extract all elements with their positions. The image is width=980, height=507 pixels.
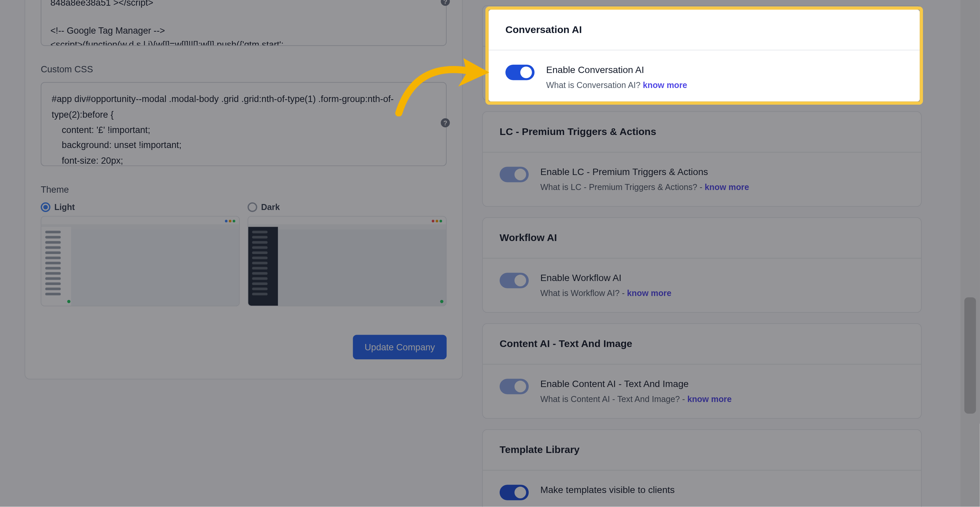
toggle-subtitle: What is Content AI - Text And Image? - k…: [540, 394, 732, 404]
head-tracking-code-textarea[interactable]: [41, 0, 447, 46]
toggle-workflow-ai[interactable]: [500, 273, 529, 288]
theme-light-radio[interactable]: [41, 202, 50, 212]
panel-header: Template Library: [483, 430, 921, 470]
toggle-template-library[interactable]: [500, 485, 529, 500]
update-company-button[interactable]: Update Company: [353, 335, 447, 359]
toggle-title: Enable LC - Premium Triggers & Actions: [540, 167, 749, 177]
custom-css-textarea[interactable]: [41, 82, 447, 166]
know-more-link[interactable]: know more: [705, 182, 749, 192]
toggle-title: Make templates visible to clients: [540, 485, 675, 495]
toggle-subtitle: What is Workflow AI? - know more: [540, 288, 671, 298]
help-icon[interactable]: ?: [441, 118, 450, 127]
theme-label: Theme: [41, 184, 447, 195]
know-more-link[interactable]: know more: [643, 80, 687, 90]
company-settings-card: ? Custom CSS ? Theme Light: [25, 0, 463, 379]
toggle-title: Enable Workflow AI: [540, 273, 671, 283]
theme-light-preview[interactable]: [41, 216, 240, 306]
theme-light-label: Light: [54, 202, 75, 212]
highlight-panel-conversation-ai: Conversation AI Enable Conversation AI W…: [488, 10, 920, 101]
custom-css-label: Custom CSS: [41, 64, 447, 74]
toggle-title: Enable Content AI - Text And Image: [540, 379, 732, 389]
panel-content-ai: Content AI - Text And Image Enable Conte…: [482, 323, 922, 419]
toggle-subtitle: What is LC - Premium Triggers & Actions?…: [540, 182, 749, 192]
vertical-scrollbar[interactable]: [960, 0, 980, 507]
toggle-premium-triggers[interactable]: [500, 167, 529, 182]
know-more-link[interactable]: know more: [627, 288, 671, 298]
toggle-title: Enable Conversation AI: [546, 65, 687, 75]
panel-workflow-ai: Workflow AI Enable Workflow AI What is W…: [482, 217, 922, 313]
toggle-subtitle: What is Conversation AI? know more: [546, 80, 687, 90]
panel-header: Conversation AI: [488, 10, 920, 50]
theme-dark-radio[interactable]: [248, 202, 257, 212]
toggle-conversation-ai[interactable]: [505, 65, 535, 80]
know-more-link[interactable]: know more: [687, 394, 732, 404]
panel-header: Workflow AI: [483, 218, 921, 258]
panel-header: LC - Premium Triggers & Actions: [483, 112, 921, 153]
theme-dark-label: Dark: [261, 202, 280, 212]
panel-header: Content AI - Text And Image: [483, 324, 921, 364]
panel-premium-triggers: LC - Premium Triggers & Actions Enable L…: [482, 111, 922, 207]
panel-template-library: Template Library Make templates visible …: [482, 429, 922, 507]
toggle-content-ai[interactable]: [500, 379, 529, 394]
scrollbar-thumb[interactable]: [964, 297, 976, 414]
theme-dark-preview[interactable]: [248, 216, 447, 306]
